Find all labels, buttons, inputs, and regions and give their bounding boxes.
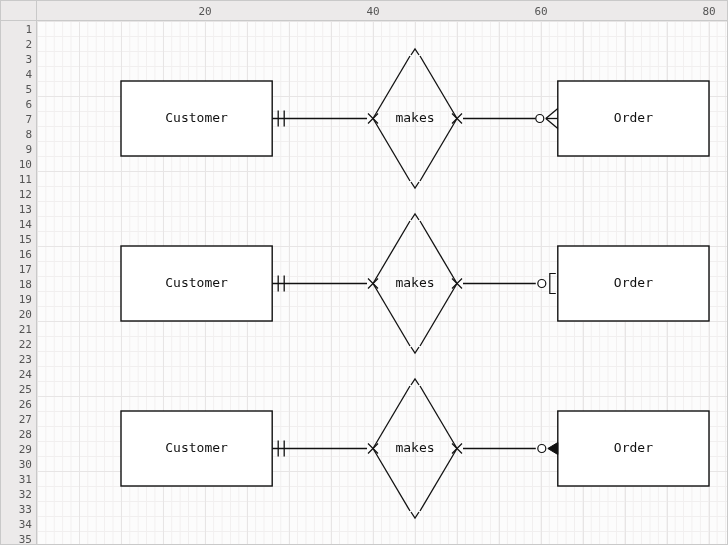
row-tick: 3 bbox=[4, 52, 32, 65]
ruler-corner bbox=[1, 1, 37, 21]
row-tick: 34 bbox=[4, 517, 32, 530]
row-tick: 30 bbox=[4, 457, 32, 470]
row-ruler: 1234567891011121314151617181920212223242… bbox=[1, 21, 37, 544]
row-tick: 27 bbox=[4, 412, 32, 425]
caret-down-icon bbox=[411, 512, 419, 518]
row-tick: 16 bbox=[4, 247, 32, 260]
row-tick: 25 bbox=[4, 382, 32, 395]
entity-left-label: Customer bbox=[165, 440, 228, 455]
entity-right-label: Order bbox=[614, 110, 653, 125]
caret-down-icon bbox=[411, 182, 419, 188]
row-tick: 2 bbox=[4, 37, 32, 50]
cardinality-bracket-icon bbox=[550, 274, 556, 294]
row-tick: 13 bbox=[4, 202, 32, 215]
cardinality-zero-icon bbox=[536, 115, 544, 123]
diamond-edge bbox=[373, 284, 410, 347]
row-tick: 22 bbox=[4, 337, 32, 350]
column-ruler: 20406080 bbox=[37, 1, 727, 21]
row-tick: 6 bbox=[4, 97, 32, 110]
connector-x-icon bbox=[452, 444, 462, 454]
diamond-edge bbox=[420, 449, 457, 512]
diamond-edge bbox=[373, 119, 410, 182]
ascii-grid-editor: 20406080 1234567891011121314151617181920… bbox=[0, 0, 728, 545]
entity-right-label: Order bbox=[614, 275, 653, 290]
row-tick: 18 bbox=[4, 277, 32, 290]
row-tick: 29 bbox=[4, 442, 32, 455]
diagram-svg: CustomerOrdermakesCustomerOrdermakesCust… bbox=[37, 21, 727, 544]
row-tick: 17 bbox=[4, 262, 32, 275]
relationship-label: makes bbox=[395, 275, 434, 290]
row-tick: 8 bbox=[4, 127, 32, 140]
row-tick: 20 bbox=[4, 307, 32, 320]
caret-down-icon bbox=[411, 347, 419, 353]
row-tick: 10 bbox=[4, 157, 32, 170]
connector-x-icon bbox=[452, 114, 462, 124]
row-tick: 21 bbox=[4, 322, 32, 335]
row-tick: 23 bbox=[4, 352, 32, 365]
row-tick: 5 bbox=[4, 82, 32, 95]
connector-x-icon bbox=[452, 279, 462, 289]
caret-up-icon bbox=[411, 379, 419, 385]
cardinality-crowsfoot-icon bbox=[546, 109, 558, 119]
col-tick: 60 bbox=[534, 1, 547, 21]
row-tick: 7 bbox=[4, 112, 32, 125]
row-tick: 15 bbox=[4, 232, 32, 245]
row-tick: 31 bbox=[4, 472, 32, 485]
cardinality-arrow-icon bbox=[548, 443, 558, 455]
row-tick: 33 bbox=[4, 502, 32, 515]
relationship-label: makes bbox=[395, 440, 434, 455]
connector-x-icon bbox=[368, 114, 378, 124]
connector-x-icon bbox=[368, 444, 378, 454]
row-tick: 9 bbox=[4, 142, 32, 155]
caret-up-icon bbox=[411, 214, 419, 220]
grid-canvas[interactable]: CustomerOrdermakesCustomerOrdermakesCust… bbox=[37, 21, 727, 544]
entity-left-label: Customer bbox=[165, 275, 228, 290]
row-tick: 12 bbox=[4, 187, 32, 200]
row-tick: 11 bbox=[4, 172, 32, 185]
row-tick: 32 bbox=[4, 487, 32, 500]
entity-left-label: Customer bbox=[165, 110, 228, 125]
row-tick: 19 bbox=[4, 292, 32, 305]
caret-up-icon bbox=[411, 49, 419, 55]
row-tick: 28 bbox=[4, 427, 32, 440]
col-tick: 20 bbox=[198, 1, 211, 21]
col-tick: 40 bbox=[366, 1, 379, 21]
row-tick: 26 bbox=[4, 397, 32, 410]
relationship-label: makes bbox=[395, 110, 434, 125]
col-tick: 80 bbox=[702, 1, 715, 21]
cardinality-zero-icon bbox=[538, 280, 546, 288]
cardinality-zero-icon bbox=[538, 445, 546, 453]
row-tick: 24 bbox=[4, 367, 32, 380]
row-tick: 14 bbox=[4, 217, 32, 230]
diamond-edge bbox=[420, 119, 457, 182]
row-tick: 1 bbox=[4, 22, 32, 35]
diamond-edge bbox=[420, 284, 457, 347]
row-tick: 35 bbox=[4, 532, 32, 544]
diamond-edge bbox=[373, 449, 410, 512]
connector-x-icon bbox=[368, 279, 378, 289]
entity-right-label: Order bbox=[614, 440, 653, 455]
cardinality-crowsfoot-icon bbox=[546, 119, 558, 129]
row-tick: 4 bbox=[4, 67, 32, 80]
